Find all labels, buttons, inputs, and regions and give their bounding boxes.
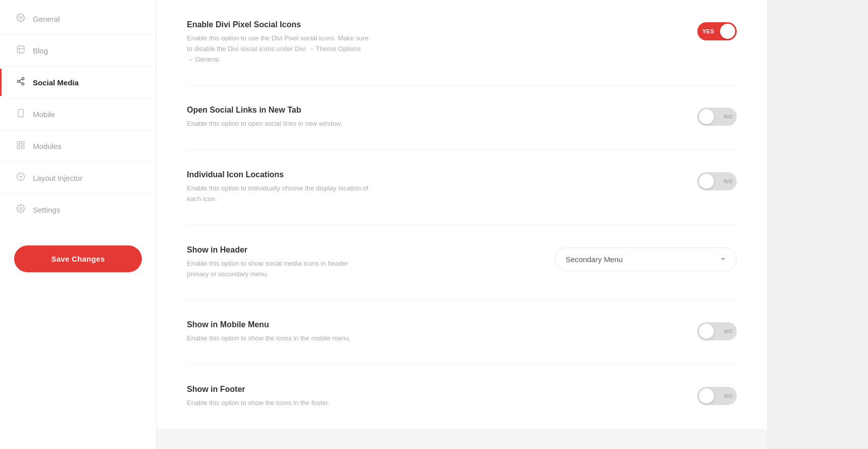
setting-desc-enable-social-icons: Enable this option to use the Divi Pixel… [187,33,369,65]
svg-line-8 [19,79,22,81]
setting-label-show-in-footer: Show in Footer [187,385,369,394]
share-icon [16,77,26,88]
toggle-individual-icon-locations[interactable]: NO [697,172,737,190]
setting-show-in-footer: Show in Footer Enable this option to sho… [187,365,737,429]
svg-point-18 [20,208,22,210]
svg-rect-14 [22,146,24,148]
svg-point-0 [20,17,22,19]
setting-control-show-in-header: None Primary Menu Secondary Menu [555,245,737,271]
setting-control-open-new-tab: NO [697,106,737,126]
toggle-knob-5 [699,324,714,339]
setting-control-show-in-mobile-menu: NO [697,320,737,340]
toggle-show-in-footer[interactable]: NO [697,387,737,405]
toggle-no-label-3: NO [724,178,733,184]
toggle-no-label-5: NO [724,328,733,334]
svg-rect-11 [17,141,20,144]
settings-panel: Enable Divi Pixel Social Icons Enable th… [157,0,767,429]
setting-label-enable-social-icons: Enable Divi Pixel Social Icons [187,20,369,29]
toggle-no-label-6: NO [724,393,733,399]
toggle-knob-6 [699,388,714,404]
sidebar-item-settings[interactable]: Settings [0,196,156,223]
sidebar-item-label-general: General [33,15,60,23]
main-content: Enable Divi Pixel Social Icons Enable th… [157,0,767,449]
svg-rect-13 [17,146,20,148]
show-in-header-dropdown[interactable]: None Primary Menu Secondary Menu [555,247,737,271]
toggle-open-new-tab[interactable]: NO [697,108,737,126]
setting-enable-social-icons: Enable Divi Pixel Social Icons Enable th… [187,0,737,85]
sidebar-item-label-settings: Settings [33,206,60,214]
svg-line-7 [19,82,22,83]
setting-label-show-in-header: Show in Header [187,245,369,255]
setting-control-enable-social-icons: YES [697,20,737,40]
toggle-knob [720,24,735,39]
sidebar-item-blog[interactable]: Blog [0,37,156,64]
blog-icon [16,45,26,56]
setting-control-show-in-footer: NO [697,385,737,405]
svg-rect-9 [18,110,24,117]
gear-icon [16,13,26,24]
sidebar-item-label-mobile: Mobile [33,110,55,119]
setting-text-open-new-tab: Open Social Links in New Tab Enable this… [187,106,389,129]
setting-text-enable-social-icons: Enable Divi Pixel Social Icons Enable th… [187,20,389,65]
svg-point-5 [17,80,20,83]
mobile-icon [16,109,26,120]
toggle-show-in-mobile-menu[interactable]: NO [697,322,737,340]
setting-control-individual-icon-locations: NO [697,170,737,190]
settings-icon [16,204,26,215]
setting-text-show-in-mobile-menu: Show in Mobile Menu Enable this option t… [187,320,389,344]
toggle-yes-label: YES [702,28,714,34]
modules-icon [16,140,26,152]
sidebar-item-label-layout: Layout Injector [33,174,82,182]
sidebar-item-modules[interactable]: Modules [0,132,156,160]
setting-desc-show-in-header: Enable this option to show social media … [187,259,369,280]
setting-label-show-in-mobile-menu: Show in Mobile Menu [187,320,369,329]
svg-rect-1 [17,46,24,53]
setting-text-show-in-footer: Show in Footer Enable this option to sho… [187,385,389,409]
toggle-no-label-2: NO [724,114,733,120]
svg-point-6 [22,83,24,85]
setting-label-individual-icon-locations: Individual Icon Locations [187,170,369,179]
sidebar-item-general[interactable]: General [0,5,156,32]
svg-point-4 [22,78,24,80]
sidebar-item-mobile[interactable]: Mobile [0,101,156,128]
setting-text-show-in-header: Show in Header Enable this option to sho… [187,245,389,280]
sidebar-item-label-blog: Blog [33,46,48,55]
sidebar-item-label-modules: Modules [33,142,62,151]
toggle-enable-social-icons[interactable]: YES [697,22,737,40]
sidebar: General Blog Social Media Mobile Modules [0,0,157,449]
setting-show-in-header: Show in Header Enable this option to sho… [187,225,737,301]
svg-rect-12 [22,141,24,144]
setting-open-new-tab: Open Social Links in New Tab Enable this… [187,85,737,150]
right-spacer [767,0,868,449]
setting-desc-open-new-tab: Enable this option to open social links … [187,119,369,129]
setting-show-in-mobile-menu: Show in Mobile Menu Enable this option t… [187,300,737,365]
sidebar-item-label-social-media: Social Media [33,78,79,87]
sidebar-item-social-media[interactable]: Social Media [0,69,156,96]
save-changes-button[interactable]: Save Changes [14,245,142,272]
toggle-knob-2 [699,109,714,124]
layout-icon [16,172,26,183]
sidebar-item-layout-injector[interactable]: Layout Injector [0,164,156,191]
setting-individual-icon-locations: Individual Icon Locations Enable this op… [187,150,737,225]
setting-desc-show-in-footer: Enable this option to show the icons in … [187,398,369,409]
save-button-wrap: Save Changes [0,233,156,284]
setting-desc-show-in-mobile-menu: Enable this option to show the icons in … [187,333,369,344]
toggle-knob-3 [699,174,714,189]
setting-label-open-new-tab: Open Social Links in New Tab [187,106,369,115]
setting-text-individual-icon-locations: Individual Icon Locations Enable this op… [187,170,389,205]
setting-desc-individual-icon-locations: Enable this option to individually choos… [187,183,369,205]
